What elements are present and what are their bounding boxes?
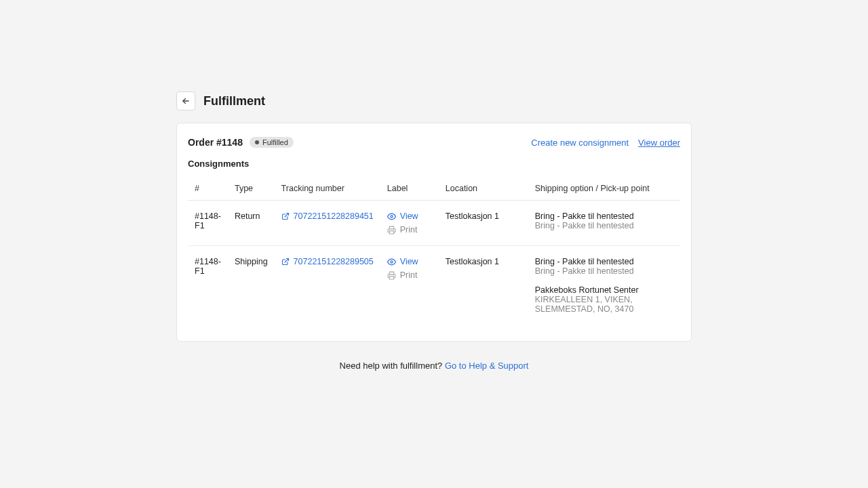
svg-point-5 — [391, 260, 393, 262]
eye-icon — [387, 258, 396, 266]
cell-type: Return — [228, 201, 275, 246]
cell-id: #1148-F1 — [188, 201, 228, 246]
order-title: Order #1148 — [188, 137, 243, 148]
print-label-text: Print — [400, 225, 418, 235]
shipping-option-primary: Bring - Pakke til hentested — [535, 211, 673, 221]
tracking-number: 70722151228289505 — [294, 257, 374, 266]
eye-icon — [387, 212, 396, 221]
col-header-id: # — [188, 178, 228, 201]
col-header-location: Location — [439, 178, 528, 201]
consignments-table: # Type Tracking number Label Location Sh… — [188, 178, 680, 325]
svg-rect-3 — [389, 230, 394, 233]
view-label-button[interactable]: View — [387, 211, 432, 221]
help-support-link[interactable]: Go to Help & Support — [445, 361, 529, 371]
col-header-type: Type — [228, 178, 275, 201]
status-badge: Fulfilled — [250, 137, 294, 148]
print-label-text: Print — [400, 270, 418, 280]
page-title: Fulfillment — [203, 94, 265, 108]
table-row: #1148-F1 Return 70722151228289451 View P… — [188, 201, 680, 246]
create-consignment-link[interactable]: Create new consignment — [531, 138, 629, 148]
col-header-shipping: Shipping option / Pick-up point — [528, 178, 680, 201]
external-link-icon — [281, 212, 290, 220]
arrow-left-icon — [181, 96, 191, 106]
shipping-option-secondary: Bring - Pakke til hentested — [535, 266, 673, 276]
tracking-link[interactable]: 70722151228289505 — [281, 257, 374, 266]
shipping-option-primary: Bring - Pakke til hentested — [535, 257, 673, 266]
table-row: #1148-F1 Shipping 70722151228289505 View… — [188, 246, 680, 325]
print-label-button[interactable]: Print — [387, 270, 432, 280]
view-label-text: View — [400, 257, 418, 266]
col-header-label: Label — [380, 178, 439, 201]
printer-icon — [387, 226, 396, 235]
view-order-link[interactable]: View order — [638, 138, 680, 148]
status-dot-icon — [255, 140, 259, 144]
svg-line-1 — [285, 214, 289, 218]
view-label-button[interactable]: View — [387, 257, 432, 266]
svg-rect-6 — [389, 276, 394, 279]
external-link-icon — [281, 258, 290, 266]
pickup-name: Pakkeboks Rortunet Senter — [535, 285, 673, 295]
tracking-link[interactable]: 70722151228289451 — [281, 211, 374, 221]
cell-location: Testlokasjon 1 — [439, 201, 528, 246]
cell-type: Shipping — [228, 246, 275, 325]
back-button[interactable] — [176, 92, 195, 110]
pickup-address: KIRKEALLEEN 1, VIKEN, SLEMMESTAD, NO, 34… — [535, 295, 673, 314]
help-footer: Need help with fulfillment? Go to Help &… — [176, 361, 692, 371]
print-label-button[interactable]: Print — [387, 225, 432, 235]
section-title: Consignments — [188, 159, 680, 169]
status-badge-label: Fulfilled — [262, 138, 288, 146]
cell-location: Testlokasjon 1 — [439, 246, 528, 325]
col-header-tracking: Tracking number — [275, 178, 380, 201]
svg-line-4 — [285, 259, 289, 263]
view-label-text: View — [400, 211, 418, 221]
shipping-option-secondary: Bring - Pakke til hentested — [535, 221, 673, 230]
printer-icon — [387, 271, 396, 280]
help-prompt: Need help with fulfillment? — [340, 361, 445, 371]
tracking-number: 70722151228289451 — [294, 211, 374, 221]
cell-id: #1148-F1 — [188, 246, 228, 325]
svg-point-2 — [391, 215, 393, 217]
fulfillment-card: Order #1148 Fulfilled Create new consign… — [176, 123, 692, 342]
